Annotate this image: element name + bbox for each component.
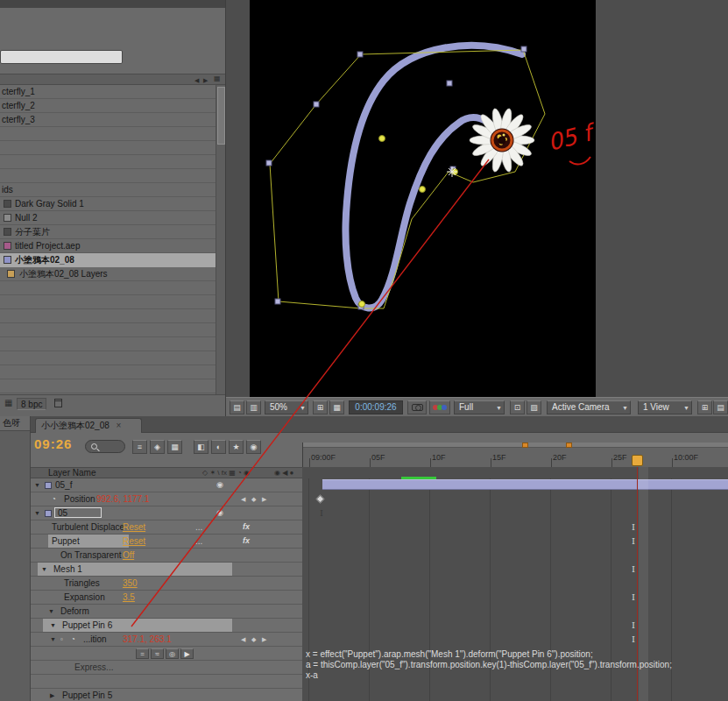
- composition-canvas[interactable]: [250, 0, 596, 397]
- timeline-track-area[interactable]: I I I I I I I x = effect("Puppet").arap.…: [302, 467, 728, 701]
- expression-label-row[interactable]: Express...: [31, 661, 302, 675]
- twirl-closed-icon[interactable]: ▶: [50, 689, 54, 701]
- twirl-open-icon[interactable]: ▼: [34, 478, 40, 492]
- options-ellipsis[interactable]: ...: [195, 535, 202, 548]
- keyframe-marker[interactable]: I: [632, 621, 635, 630]
- hide-shy-icon[interactable]: ▦: [167, 440, 182, 454]
- project-scrollbar-thumb[interactable]: [217, 87, 225, 145]
- pin-position-value[interactable]: 317.1, 263.1: [123, 633, 172, 646]
- viewer-timecode[interactable]: 0:00:09:26: [349, 400, 403, 414]
- reset-link[interactable]: Reset: [123, 535, 145, 548]
- fast-preview-icon[interactable]: ▤: [713, 400, 728, 414]
- options-ellipsis[interactable]: ...: [195, 520, 202, 534]
- trash-icon[interactable]: [54, 399, 62, 407]
- group-row-puppet-pin-5[interactable]: ▶ Puppet Pin 5: [31, 689, 302, 701]
- work-area-marker[interactable]: [522, 443, 528, 448]
- property-row-expansion[interactable]: Expansion 3.5: [31, 591, 302, 605]
- property-row-pin-position[interactable]: ▼ ▫ ◔ ...ition 317.1, 263.1 ◀ ◆ ▶: [31, 633, 302, 647]
- pick-whip-icon[interactable]: ◎: [166, 648, 179, 659]
- close-icon[interactable]: ×: [117, 421, 122, 430]
- eye-icon[interactable]: ◉: [216, 506, 223, 520]
- draft-3d-icon[interactable]: ◈: [150, 440, 165, 454]
- triangles-value[interactable]: 350: [123, 577, 138, 590]
- column-options-icon[interactable]: ▦: [214, 74, 221, 82]
- current-time-indicator-handle[interactable]: [632, 455, 643, 466]
- flowchart-icon[interactable]: ▦: [4, 398, 12, 407]
- stopwatch-icon[interactable]: ◔: [52, 492, 56, 506]
- puppet-mesh-outline[interactable]: [270, 50, 545, 308]
- prev-keyframe-icon[interactable]: ◀: [241, 633, 245, 646]
- keyframe-marker[interactable]: I: [632, 593, 635, 602]
- layer-duration-bar[interactable]: [322, 479, 728, 490]
- column-scroll-left-icon[interactable]: ◀: [194, 75, 199, 85]
- project-item[interactable]: 分子葉片: [0, 225, 216, 239]
- property-row-triangles[interactable]: Triangles 350: [31, 577, 302, 591]
- magnify-icon[interactable]: ▥: [246, 400, 261, 414]
- vary-over-time-icon[interactable]: ▫: [60, 633, 63, 646]
- project-item[interactable]: titled Project.aep: [0, 239, 216, 253]
- timeline-search-input[interactable]: [85, 440, 125, 453]
- project-item[interactable]: cterfly_1: [2, 85, 217, 99]
- expression-line-2[interactable]: a = thisComp.layer("05_f").transform.pos…: [306, 660, 672, 669]
- expression-line-1[interactable]: x = effect("Puppet").arap.mesh("Mesh 1")…: [306, 649, 593, 659]
- project-scrollbar[interactable]: [216, 85, 226, 394]
- left-panel-tab[interactable]: 色呀: [0, 416, 31, 431]
- effect-row-turbulent-displace[interactable]: Turbulent Displace Reset ... fx: [31, 520, 302, 535]
- next-keyframe-icon[interactable]: ▶: [262, 492, 266, 506]
- twirl-open-icon[interactable]: ▼: [50, 619, 56, 632]
- channel-icon[interactable]: [429, 400, 450, 414]
- layer-name-column-header[interactable]: Layer Name: [48, 468, 95, 478]
- expansion-value[interactable]: 3.5: [123, 591, 135, 604]
- layer-name-edit-box[interactable]: 05: [54, 507, 102, 518]
- zoom-dropdown[interactable]: 50%▼: [265, 400, 308, 414]
- resolution-dropdown[interactable]: Full▼: [454, 400, 505, 414]
- view-layout-dropdown[interactable]: 1 View▼: [638, 400, 692, 414]
- bpc-button[interactable]: 8 bpc: [17, 398, 46, 410]
- project-item-selected[interactable]: 小塗鴉本02_08: [0, 253, 216, 267]
- group-row-deform[interactable]: ▼ Deform: [31, 605, 302, 619]
- keyframe-marker[interactable]: I: [632, 565, 635, 574]
- keyframe-marker[interactable]: I: [632, 523, 635, 532]
- twirl-open-icon[interactable]: ▼: [34, 506, 40, 520]
- pixel-aspect-icon[interactable]: ⊞: [697, 400, 712, 414]
- layer-row-05f[interactable]: ▼ 05_f ◉: [31, 478, 302, 492]
- layer-color-chip[interactable]: [45, 510, 52, 517]
- twirl-open-icon[interactable]: ▼: [41, 563, 47, 576]
- eye-icon[interactable]: ◉: [216, 478, 223, 492]
- add-keyframe-icon[interactable]: ◆: [251, 492, 256, 506]
- work-area-bar[interactable]: [303, 443, 728, 448]
- current-time-display[interactable]: 09:26: [34, 436, 72, 451]
- graph-editor-icon[interactable]: ◉: [246, 440, 261, 454]
- position-value[interactable]: 992.6, 1177.1: [96, 492, 149, 506]
- mask-visibility-icon[interactable]: ▦: [329, 400, 344, 414]
- project-item[interactable]: ids: [2, 183, 217, 197]
- region-of-interest-icon[interactable]: ⊡: [510, 400, 525, 414]
- camera-view-dropdown[interactable]: Active Camera▼: [547, 400, 631, 414]
- column-scroll-right-icon[interactable]: ▶: [203, 75, 208, 85]
- expression-controls-row[interactable]: = ≈ ◎ ▶: [31, 647, 302, 661]
- expression-line-3[interactable]: x-a: [306, 670, 318, 680]
- project-item[interactable]: Null 2: [0, 211, 216, 225]
- fx-badge-icon[interactable]: fx: [243, 520, 250, 534]
- twirl-open-icon[interactable]: ▼: [48, 605, 54, 618]
- keyframe-marker[interactable]: I: [632, 635, 635, 644]
- effect-row-puppet[interactable]: Puppet Reset ... fx: [31, 535, 302, 549]
- grid-guides-icon[interactable]: ⊞: [313, 400, 328, 414]
- project-search-field[interactable]: [0, 50, 123, 64]
- layer-color-chip[interactable]: [45, 482, 52, 489]
- layer-row-05[interactable]: ▼ 05 ◉: [31, 506, 302, 520]
- on-transparent-value[interactable]: Off: [123, 549, 134, 562]
- comp-mini-flowchart-icon[interactable]: ≡: [132, 440, 147, 454]
- brainstorm-icon[interactable]: ★: [229, 440, 244, 454]
- frame-blend-icon[interactable]: ◧: [194, 440, 209, 454]
- prev-keyframe-icon[interactable]: ◀: [241, 492, 245, 506]
- project-item[interactable]: cterfly_3: [2, 113, 217, 127]
- expression-graph-icon[interactable]: ≈: [151, 648, 164, 659]
- twirl-open-icon[interactable]: ▼: [50, 633, 56, 646]
- fx-badge-icon[interactable]: fx: [243, 535, 250, 548]
- always-preview-icon[interactable]: ▤: [230, 400, 244, 414]
- project-item[interactable]: cterfly_2: [2, 99, 217, 113]
- add-keyframe-icon[interactable]: ◆: [251, 633, 256, 646]
- next-keyframe-icon[interactable]: ▶: [262, 633, 266, 646]
- transparency-grid-icon[interactable]: ▨: [527, 400, 541, 414]
